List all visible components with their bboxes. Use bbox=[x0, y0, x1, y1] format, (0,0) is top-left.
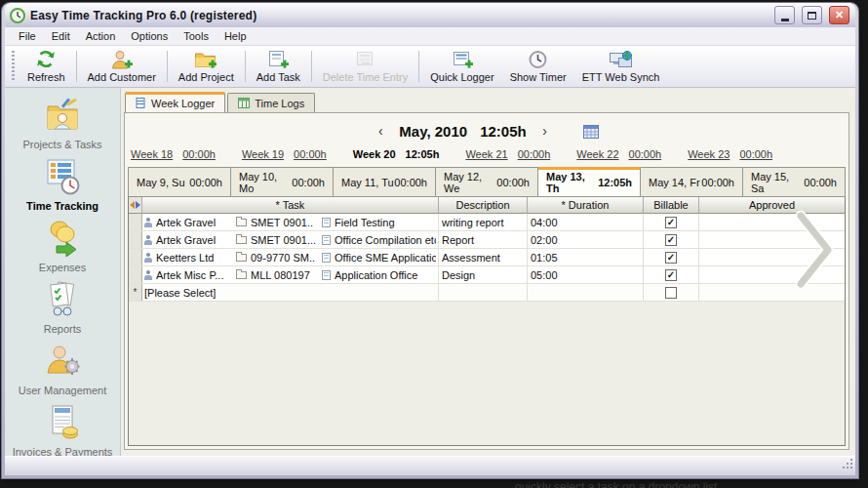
billable-checkbox[interactable]: ✓ bbox=[665, 252, 677, 264]
billable-checkbox[interactable]: ✓ bbox=[665, 234, 677, 246]
menu-edit[interactable]: Edit bbox=[44, 28, 78, 44]
resize-grip-icon[interactable] bbox=[842, 456, 853, 473]
week-link-20[interactable]: Week 2012:05h bbox=[353, 148, 440, 160]
description-cell: writing report bbox=[439, 214, 528, 230]
user-management-icon bbox=[40, 343, 85, 384]
projects-tasks-icon bbox=[40, 97, 85, 138]
day-tab-may-13[interactable]: May 13, Th12:05h bbox=[538, 167, 641, 197]
week-link-23[interactable]: Week 2300:00h bbox=[688, 148, 772, 160]
refresh-button[interactable]: Refresh bbox=[20, 47, 73, 87]
delete-time-entry-button[interactable]: Delete Time Entry bbox=[315, 47, 415, 87]
sidebar-item-time-tracking[interactable]: Time Tracking bbox=[26, 158, 99, 212]
swap-columns-icon bbox=[130, 201, 140, 209]
window-title: Easy Time Tracking Pro 6.0 (registered) bbox=[30, 9, 768, 22]
billable-checkbox[interactable] bbox=[665, 287, 677, 299]
day-tab-may-11[interactable]: May 11, Tu00:00h bbox=[334, 167, 436, 197]
column-header-description[interactable]: Description bbox=[439, 197, 528, 214]
sidebar-item-projects-tasks[interactable]: Projects & Tasks bbox=[22, 97, 101, 150]
duration-cell: 04:00 bbox=[528, 214, 644, 230]
customer-icon bbox=[144, 270, 152, 280]
task-icon bbox=[322, 270, 331, 280]
toolbar-grip[interactable] bbox=[12, 51, 15, 82]
ett-web-synch-icon bbox=[609, 49, 634, 69]
add-project-button[interactable]: Add Project bbox=[171, 47, 242, 87]
toolbar-separator bbox=[245, 51, 246, 82]
next-month-arrow[interactable]: › bbox=[539, 123, 551, 139]
sidebar-item-reports[interactable]: Reports bbox=[40, 281, 85, 335]
add-customer-icon bbox=[110, 49, 134, 69]
main-tabs: Week Logger Time Logs bbox=[125, 92, 849, 112]
column-header-billable[interactable]: Billable bbox=[644, 197, 699, 214]
week-link-21[interactable]: Week 2100:00h bbox=[465, 148, 550, 160]
tab-week-logger[interactable]: Week Logger bbox=[125, 92, 225, 112]
toolbar-separator bbox=[418, 51, 419, 82]
table-row[interactable]: Artek Gravel SMET 0901... Office Compila… bbox=[129, 231, 845, 249]
week-link-19[interactable]: Week 1900:00h bbox=[242, 148, 327, 160]
day-tab-may-12[interactable]: May 12, We00:00h bbox=[436, 167, 538, 197]
toolbar-separator bbox=[311, 51, 312, 82]
sidebar-item-expenses[interactable]: Expenses bbox=[39, 220, 86, 273]
description-cell[interactable] bbox=[439, 284, 528, 301]
toolbar-separator bbox=[76, 51, 77, 82]
add-customer-button[interactable]: Add Customer bbox=[80, 47, 164, 87]
week-link-22[interactable]: Week 2200:00h bbox=[576, 148, 661, 160]
delete-time-entry-icon bbox=[353, 49, 376, 69]
table-row[interactable]: Keetters Ltd 09-9770 SM.. Office SME App… bbox=[129, 249, 845, 266]
duration-cell[interactable] bbox=[528, 284, 644, 301]
quick-logger-icon bbox=[451, 49, 474, 69]
calendar-icon[interactable] bbox=[583, 124, 599, 139]
day-tab-may-10[interactable]: May 10, Mo00:00h bbox=[231, 167, 334, 197]
show-timer-button[interactable]: Show Timer bbox=[502, 47, 574, 87]
task-icon bbox=[322, 253, 331, 263]
row-indicator bbox=[129, 249, 142, 265]
time-entries-grid: * Task Description * Duration Billable A… bbox=[128, 197, 846, 446]
week-link-18[interactable]: Week 1800:00h bbox=[131, 148, 216, 160]
project-icon bbox=[236, 236, 247, 244]
next-day-chevron[interactable] bbox=[793, 208, 838, 292]
project-icon bbox=[236, 219, 247, 226]
column-header-duration[interactable]: * Duration bbox=[528, 197, 644, 214]
menu-action[interactable]: Action bbox=[78, 28, 124, 44]
table-row[interactable]: Artek Gravel SMET 0901.. Field Testing w… bbox=[129, 214, 845, 231]
row-indicator bbox=[129, 214, 142, 230]
tab-time-logs[interactable]: Time Logs bbox=[227, 93, 315, 113]
sidebar-item-invoices-payments[interactable]: Invoices & Payments bbox=[13, 404, 113, 458]
day-tab-may-14[interactable]: May 14, Fr00:00h bbox=[641, 167, 743, 197]
quick-logger-button[interactable]: Quick Logger bbox=[422, 47, 501, 87]
toolbar: Refresh Add Customer Add Project bbox=[5, 46, 855, 88]
menu-help[interactable]: Help bbox=[217, 28, 255, 44]
close-button[interactable]: ✕ bbox=[829, 6, 849, 24]
sidebar-item-user-management[interactable]: User Management bbox=[19, 343, 107, 396]
show-timer-icon bbox=[528, 49, 548, 69]
task-icon bbox=[322, 218, 331, 227]
month-label: May, 2010 bbox=[399, 123, 467, 140]
new-row-indicator: * bbox=[129, 284, 142, 301]
invoices-payments-icon bbox=[40, 404, 85, 445]
week-logger-icon bbox=[136, 98, 146, 110]
new-entry-row[interactable]: * [Please Select] bbox=[129, 284, 845, 302]
menu-options[interactable]: Options bbox=[123, 28, 176, 44]
menu-file[interactable]: File bbox=[11, 28, 44, 44]
billable-checkbox[interactable]: ✓ bbox=[665, 269, 677, 281]
expenses-icon bbox=[40, 220, 85, 261]
minimize-button[interactable] bbox=[774, 6, 795, 24]
minimize-icon bbox=[781, 19, 789, 21]
time-logs-icon bbox=[238, 98, 250, 110]
day-tabs: May 9, Su00:00h May 10, Mo00:00h May 11,… bbox=[128, 167, 846, 197]
maximize-button[interactable] bbox=[802, 6, 822, 24]
task-icon bbox=[322, 235, 331, 245]
prev-month-arrow[interactable]: ‹ bbox=[375, 123, 386, 139]
menu-bar: File Edit Action Options Tools Help bbox=[5, 27, 855, 46]
add-task-button[interactable]: Add Task bbox=[249, 47, 308, 87]
week-links: Week 1800:00h Week 1900:00h Week 2012:05… bbox=[128, 145, 846, 167]
table-row[interactable]: Artek Misc P... MLL 080197 Application O… bbox=[129, 266, 845, 284]
refresh-icon bbox=[35, 49, 57, 69]
grid-header-row: * Task Description * Duration Billable A… bbox=[129, 197, 845, 214]
menu-tools[interactable]: Tools bbox=[176, 28, 217, 44]
task-select-cell[interactable]: [Please Select] bbox=[142, 284, 439, 301]
day-tab-may-15[interactable]: May 15, Sa00:00h bbox=[743, 167, 846, 197]
day-tab-may-9[interactable]: May 9, Su00:00h bbox=[128, 167, 231, 197]
column-header-task[interactable]: * Task bbox=[142, 197, 439, 214]
billable-checkbox[interactable]: ✓ bbox=[665, 217, 677, 228]
ett-web-synch-button[interactable]: ETT Web Synch bbox=[574, 47, 668, 87]
